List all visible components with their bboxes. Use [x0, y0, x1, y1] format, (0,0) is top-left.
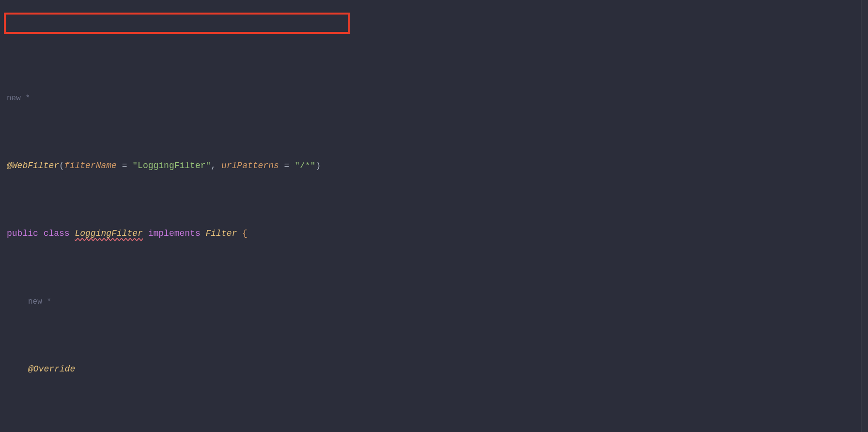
- vcs-hint: new *: [7, 94, 30, 103]
- annotation: @WebFilter: [7, 161, 59, 170]
- code-line[interactable]: @WebFilter(filterName = "LoggingFilter",…: [7, 157, 868, 174]
- vcs-hint: new *: [28, 297, 51, 306]
- class-name: LoggingFilter: [75, 229, 142, 238]
- code-editor[interactable]: new * @WebFilter(filterName = "LoggingFi…: [0, 0, 868, 432]
- highlight-box: [4, 13, 350, 34]
- code-line[interactable]: @Override: [7, 361, 868, 378]
- code-line[interactable]: public class LoggingFilter implements Fi…: [7, 225, 868, 242]
- annotation-override: @Override: [28, 364, 75, 374]
- code-line[interactable]: public void init(FilterConfig filterConf…: [7, 429, 868, 432]
- scrollbar[interactable]: [861, 0, 868, 432]
